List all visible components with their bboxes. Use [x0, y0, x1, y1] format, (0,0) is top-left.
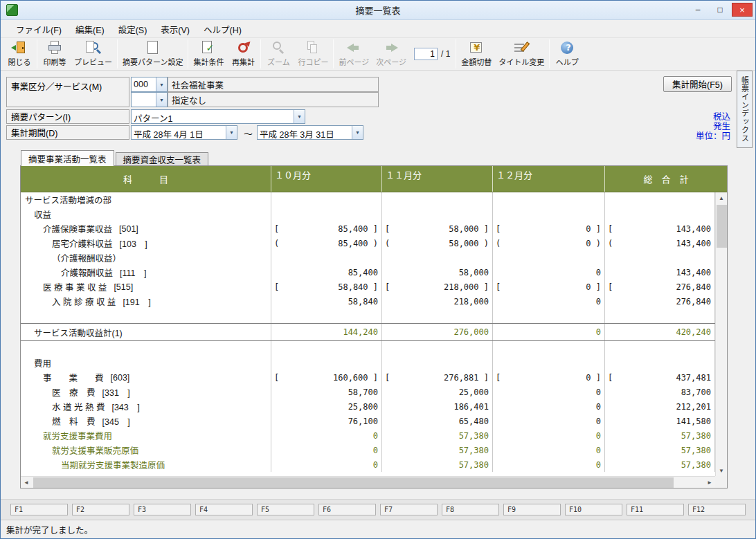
service-code-input[interactable] [132, 77, 156, 91]
toolbar-recalculate-button[interactable]: 再集計 [227, 39, 259, 68]
account-code: [501] [119, 224, 138, 234]
fkey-f4[interactable]: F4 [195, 504, 253, 515]
toolbar-button-label: 集計条件 [193, 56, 224, 67]
account-code: [103 ] [120, 237, 147, 250]
toolbar-button-label: 行コピー [298, 56, 328, 67]
table-row[interactable] [21, 341, 715, 356]
chevron-down-icon[interactable]: ▼ [156, 77, 167, 91]
minimize-icon[interactable]: – [687, 3, 708, 17]
row-label: 水 道 光 熱 費 [52, 400, 105, 413]
period-to-combo[interactable]: 平成 28年 3月 31日 ▼ [257, 125, 363, 140]
fkey-f5[interactable]: F5 [257, 504, 314, 515]
table-cell-value: 85,400 [271, 265, 382, 280]
status-bar: 集計が完了しました。 [1, 520, 755, 538]
table-row[interactable]: 費用 [21, 356, 715, 370]
toolbar-aggregate-conditions-button[interactable]: 集計条件 [190, 39, 227, 68]
preview-icon [84, 40, 102, 55]
toolbar-button-label: 摘要パターン設定 [123, 56, 183, 67]
cell-value: 0 [373, 431, 378, 441]
table-row[interactable]: 就労支援事業販売原価057,380057,380 [21, 443, 715, 457]
fkey-f9[interactable]: F9 [503, 504, 561, 515]
scroll-left-icon[interactable]: ◄ [21, 477, 32, 488]
service-subcode-combo[interactable]: ▼ [131, 92, 168, 107]
toolbar-preview-button[interactable]: プレビュー [71, 39, 116, 68]
table-row[interactable]: サービス活動収益計(1)144,240276,0000420,240 [21, 323, 715, 341]
fkey-f12[interactable]: F12 [688, 504, 746, 515]
toolbar-next-page-button: 次ページ [372, 39, 410, 68]
table-row[interactable]: サービス活動増減の部 [21, 192, 715, 207]
table-row[interactable]: 事 業 費[603][160,600 ][276,881 ][0 ][437,4… [21, 370, 715, 385]
toolbar-help-button[interactable]: ヘルプ [551, 39, 583, 68]
horizontal-scrollbar[interactable]: ◄ ► [21, 476, 715, 488]
table-row[interactable]: 就労支援事業費用057,380057,380 [21, 428, 715, 443]
table-row[interactable]: 医 療 事 業 収 益[515][58,840 ][218,000 ][0 ][… [21, 280, 715, 294]
cell-bracket: [ [608, 282, 613, 292]
fkey-f11[interactable]: F11 [627, 504, 684, 515]
horizontal-scroll-thumb[interactable] [33, 477, 674, 488]
table-row[interactable] [21, 309, 715, 323]
cell-value: 0 [596, 297, 601, 307]
table-row[interactable]: 医 療 費[331 ]58,70025,000083,700 [21, 385, 715, 399]
table-cell-value: 57,380 [605, 443, 715, 457]
table-row[interactable]: 水 道 光 熱 費[343 ]25,800186,4010212,201 [21, 399, 715, 414]
table-row[interactable]: 入 院 診 療 収 益[191 ]58,840218,0000276,840 [21, 294, 715, 309]
table-cell-value: 218,000 [382, 294, 493, 309]
menu-item-settings[interactable]: 設定(S) [111, 21, 154, 38]
table-cell-subject: 介護保険事業収益[501] [21, 221, 271, 236]
cell-bracket: [ [496, 224, 501, 234]
table-row[interactable]: 当期就労支援事業製造原価057,380057,380 [21, 457, 715, 472]
table-row[interactable]: 介護保険事業収益[501][85,400 ][58,000 ][0 ][143,… [21, 221, 715, 236]
page-number-input[interactable] [414, 48, 438, 60]
maximize-icon[interactable]: □ [710, 3, 730, 17]
row-label: 介護報酬収益 [61, 266, 113, 279]
vertical-scrollbar[interactable]: ▲ ▼ [715, 192, 727, 476]
tab-jigyo-katsudo[interactable]: 摘要事業活動一覧表 [21, 150, 114, 166]
column-header-label: １０月分 [275, 168, 311, 181]
menu-item-help[interactable]: ヘルプ(H) [197, 21, 249, 38]
table-row[interactable]: 居宅介護料収益[103 ](85,400 )(58,000 )(0 )(143,… [21, 236, 715, 250]
service-subcode-input[interactable] [132, 93, 156, 107]
table-row[interactable]: 燃 料 費[345 ]76,10065,4800141,580 [21, 414, 715, 428]
table-cell-value: 144,240 [271, 324, 382, 340]
scroll-down-icon[interactable]: ▼ [716, 465, 727, 476]
toolbar-pattern-settings-button[interactable]: 摘要パターン設定 [119, 39, 186, 68]
menu-item-edit[interactable]: 編集(E) [69, 21, 111, 38]
aggregate-start-button[interactable]: 集計開始(F5) [663, 76, 732, 92]
fkey-f8[interactable]: F8 [442, 504, 499, 515]
scroll-right-icon[interactable]: ► [704, 477, 715, 488]
toolbar-title-change-button[interactable]: タイトル変更 [495, 39, 548, 68]
table-row[interactable]: 介護報酬収益[111 ]85,40058,0000143,400 [21, 265, 715, 280]
toolbar-close-button[interactable]: 閉じる [3, 39, 35, 68]
account-code: [111 ] [120, 266, 146, 279]
toolbar-print-button[interactable]: 印刷等 [39, 39, 71, 68]
chevron-down-icon[interactable]: ▼ [352, 126, 363, 139]
table-cell-value: 186,401 [382, 399, 493, 414]
service-code-combo[interactable]: ▼ [131, 77, 168, 92]
table-row[interactable]: （介護報酬収益） [21, 250, 715, 265]
period-from-combo[interactable]: 平成 28年 4月 1日 ▼ [131, 125, 237, 140]
cell-value: 0 [596, 402, 601, 412]
chevron-down-icon[interactable]: ▼ [226, 126, 237, 139]
fkey-f2[interactable]: F2 [72, 504, 129, 515]
toolbar-amount-toggle-button[interactable]: 金額切替 [458, 39, 495, 68]
fkey-f10[interactable]: F10 [565, 504, 622, 515]
tab-shikin-shushi[interactable]: 摘要資金収支一覧表 [116, 152, 209, 166]
chevron-down-icon[interactable]: ▼ [294, 110, 305, 123]
vertical-scroll-thumb[interactable] [717, 205, 727, 248]
close-icon[interactable]: × [732, 3, 753, 17]
pattern-combo[interactable]: パターン1 ▼ [131, 109, 305, 124]
menu-item-file[interactable]: ファイル(F) [9, 21, 69, 38]
table-cell-value [271, 356, 382, 370]
chevron-down-icon[interactable]: ▼ [156, 93, 167, 107]
table-row[interactable]: 収益 [21, 207, 715, 221]
fkey-f6[interactable]: F6 [318, 504, 376, 515]
fkey-f3[interactable]: F3 [134, 504, 191, 515]
report-index-tab[interactable]: 帳票インデックス [737, 71, 753, 148]
menu-item-view[interactable]: 表示(V) [154, 21, 197, 38]
fkey-f1[interactable]: F1 [10, 504, 68, 515]
table-cell-value: 57,380 [605, 457, 715, 472]
table-cell-value: 276,000 [382, 324, 493, 340]
scroll-up-icon[interactable]: ▲ [716, 192, 727, 203]
fkey-f7[interactable]: F7 [380, 504, 438, 515]
table-cell-value [382, 250, 493, 265]
